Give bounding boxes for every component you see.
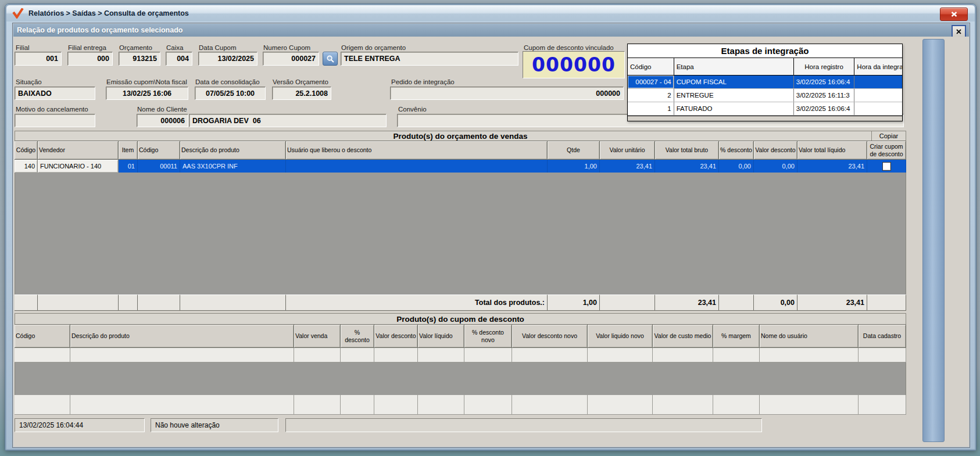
- data-consolidacao-label: Data de consolidação: [195, 78, 260, 85]
- products-title: Produto(s) do orçamento de vendas: [393, 132, 527, 141]
- versao-orcamento-label: Versão Orçamento: [273, 78, 328, 85]
- numero-cupom-search-button[interactable]: [323, 52, 338, 66]
- ccol-perc-desconto-novo: % desconto novo: [464, 325, 512, 348]
- etapas-col-hora-integracao: Hora da integração: [854, 58, 902, 75]
- nome-cliente-label: Nome do Cliente: [137, 106, 187, 113]
- dialog-close-button[interactable]: [952, 25, 966, 38]
- orcamento-label: Orçamento: [119, 44, 152, 51]
- window-close-button[interactable]: [940, 8, 968, 21]
- convenio-label: Convênio: [398, 106, 427, 113]
- magnifier-icon: [326, 55, 335, 63]
- etapas-title: Etapas de integração: [628, 44, 902, 58]
- ccol-codigo: Código: [15, 325, 70, 348]
- caixa-field[interactable]: 004: [166, 52, 192, 66]
- cupom-header-row: Código Descrição do produto Valor venda …: [15, 325, 906, 348]
- col-valor-total-bruto: Valor total bruto: [655, 141, 719, 160]
- cliente-codigo-field[interactable]: 000006: [137, 114, 188, 127]
- ccol-perc-margem: % margem: [713, 325, 760, 348]
- total-valor-liquido: 23,41: [797, 295, 867, 311]
- criar-cupom-checkbox[interactable]: [882, 162, 891, 171]
- cupom-empty-row-2: [15, 395, 906, 415]
- col-valor-total-liquido: Valor total líquido: [797, 141, 867, 160]
- total-valor-desconto: 0,00: [754, 295, 797, 311]
- ccol-perc-desconto: % desconto: [341, 325, 374, 348]
- vertical-scrollbar[interactable]: [922, 39, 945, 442]
- status-message: Não houve alteração: [151, 418, 278, 432]
- situacao-field[interactable]: BAIXADO: [15, 87, 95, 100]
- products-total-row: Total dos produtos.: 1,00 23,41 0,00 23,…: [15, 295, 906, 311]
- status-timestamp: 13/02/2025 16:04:44: [15, 418, 145, 432]
- data-consolidacao-field[interactable]: 07/05/25 10:00: [195, 87, 266, 100]
- ccol-nome-usuario: Nome do usuário: [760, 325, 859, 348]
- etapas-row-entregue[interactable]: 2 ENTREGUE 3/02/2025 16:11:3: [628, 89, 902, 102]
- col-qtde: Qtde: [548, 141, 600, 160]
- cupom-desconto-vinculado-label: Cupom de desconto vinculado: [524, 44, 614, 51]
- dialog-window: Relação de produtos do orçamento selecio…: [12, 23, 970, 448]
- ccol-valor-liquido: Valor líquido: [418, 325, 464, 348]
- window-title: Relatórios > Saídas > Consulta de orçame…: [28, 9, 189, 17]
- filial-entrega-label: Filial entrega: [68, 44, 106, 51]
- caixa-label: Caixa: [166, 44, 183, 51]
- ccol-data-cadastro: Data cadastro: [859, 325, 906, 348]
- products-header-row: Código Vendedor Item Código Descrição do…: [15, 141, 906, 160]
- motivo-cancelamento-label: Motivo do cancelamento: [16, 106, 88, 113]
- main-window: Relatórios > Saídas > Consulta de orçame…: [5, 3, 977, 451]
- dialog-title: Relação de produtos do orçamento selecio…: [17, 26, 183, 34]
- motivo-cancelamento-field[interactable]: [15, 114, 95, 127]
- pedido-integracao-label: Pedido de integração: [391, 78, 455, 85]
- numero-cupom-field[interactable]: 000027: [263, 52, 319, 66]
- pedido-integracao-field[interactable]: 000000: [390, 87, 624, 100]
- col-descricao: Descrição do produto: [180, 141, 286, 160]
- cupom-title-strip: Produto(s) do cupom de desconto: [15, 313, 906, 325]
- copy-button[interactable]: Copiar: [871, 131, 906, 141]
- cupom-empty-row: [15, 348, 906, 362]
- total-valor-bruto: 23,41: [655, 295, 719, 311]
- col-perc-desconto: % desconto: [719, 141, 754, 160]
- etapas-row-faturado[interactable]: 1 FATURADO 3/02/2025 16:06:4: [628, 102, 902, 116]
- etapas-bottom-strip: [628, 116, 902, 121]
- etapas-header-row: Código Etapa Hora registro Hora da integ…: [628, 58, 902, 76]
- cupom-title: Produto(s) do cupom de desconto: [396, 315, 524, 324]
- versao-orcamento-field[interactable]: 25.2.1008: [272, 87, 331, 100]
- ccol-valor-desconto: Valor desconto: [374, 325, 418, 348]
- col-valor-desconto: Valor desconto: [754, 141, 797, 160]
- app-logo-check-icon: [12, 8, 24, 19]
- products-title-strip: Produto(s) do orçamento de vendas Copiar: [15, 131, 906, 141]
- total-label: Total dos produtos.:: [286, 295, 548, 311]
- etapas-col-hora-registro: Hora registro: [794, 58, 855, 75]
- situacao-label: Situação: [16, 78, 42, 85]
- screen: { "window": { "title": "Relatórios > Saí…: [0, 0, 980, 456]
- ccol-valor-liquido-novo: Valor liquido novo: [588, 325, 653, 348]
- data-cupom-field[interactable]: 13/02/2025: [198, 52, 257, 66]
- ccol-valor-venda: Valor venda: [294, 325, 341, 348]
- col-codigo-vendedor: Código: [15, 141, 38, 160]
- total-qtde: 1,00: [548, 295, 600, 311]
- dialog-titlebar: Relação de produtos do orçamento selecio…: [13, 24, 969, 37]
- etapas-col-codigo: Código: [628, 58, 674, 75]
- col-codigo-produto: Código: [138, 141, 180, 160]
- filial-label: Filial: [16, 44, 30, 51]
- cupom-empty-area: [15, 362, 906, 395]
- emissao-cupom-label: Emissão cupom\Nota fiscal: [106, 78, 187, 85]
- data-cupom-label: Data Cupom: [199, 44, 237, 51]
- filial-entrega-field[interactable]: 000: [67, 52, 113, 66]
- dialog-client-area: Filial 001 Filial entrega 000 Orçamento …: [13, 37, 969, 447]
- cliente-nome-field[interactable]: DROGARIA DEV 06: [189, 114, 387, 127]
- origem-orcamento-field[interactable]: TELE ENTREGA: [341, 52, 518, 66]
- orcamento-field[interactable]: 913215: [119, 52, 160, 66]
- etapas-integracao-table: Etapas de integração Código Etapa Hora r…: [627, 44, 903, 121]
- col-item: Item: [119, 141, 138, 160]
- col-vendedor: Vendedor: [38, 141, 119, 160]
- col-valor-unitario: Valor unitário: [600, 141, 655, 160]
- filial-field[interactable]: 001: [15, 52, 62, 66]
- col-usuario-desconto: Usuário que liberou o desconto: [286, 141, 548, 160]
- etapas-row-cupom-fiscal[interactable]: 000027 - 04 CUPOM FISCAL 3/02/2025 16:06…: [628, 76, 902, 89]
- status-extra-panel: [285, 418, 762, 432]
- origem-orcamento-label: Origem do orçamento: [341, 44, 406, 51]
- ccol-valor-desconto-novo: Valor desconto novo: [512, 325, 588, 348]
- emissao-cupom-field[interactable]: 13/02/25 16:06: [106, 87, 188, 100]
- numero-cupom-label: Numero Cupom: [263, 44, 310, 51]
- etapas-col-etapa: Etapa: [674, 58, 794, 75]
- window-titlebar: Relatórios > Saídas > Consulta de orçame…: [6, 5, 975, 21]
- product-row[interactable]: 140 FUNCIONARIO - 140 01 00011 AAS 3X10C…: [15, 160, 906, 173]
